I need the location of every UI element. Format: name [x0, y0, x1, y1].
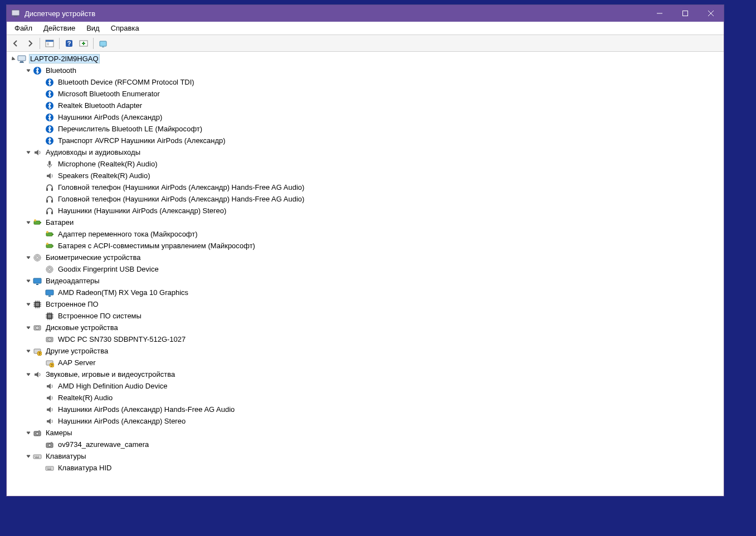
keyboard-icon — [32, 452, 42, 461]
device-node[interactable]: WDC PC SN730 SDBPNTY-512G-1027 — [9, 333, 724, 345]
device-label: AMD High Definition Audio Device — [57, 381, 169, 391]
category-label: Биометрические устройства — [45, 253, 142, 262]
bluetooth-icon — [32, 66, 42, 75]
chevron-down-icon[interactable] — [25, 219, 32, 227]
device-node[interactable]: Realtek(R) Audio — [9, 392, 724, 404]
minimize-button[interactable] — [647, 5, 672, 22]
category-node[interactable]: Встроенное ПО — [9, 298, 724, 310]
category-node[interactable]: Дисковые устройства — [9, 322, 724, 333]
menubar: Файл Действие Вид Справка — [7, 22, 724, 35]
category-node[interactable]: Биометрические устройства — [9, 252, 724, 263]
device-node[interactable]: Транспорт AVRCP Наушники AirPods (Алекса… — [9, 135, 724, 146]
device-node[interactable]: Наушники AirPods (Александр) — [9, 111, 724, 123]
properties-button[interactable] — [96, 37, 110, 50]
category-label: Звуковые, игровые и видеоустройства — [45, 370, 176, 379]
titlebar[interactable]: Диспетчер устройств — [7, 5, 724, 22]
svg-rect-6 — [47, 45, 49, 45]
category-node[interactable]: Другие устройства — [9, 345, 724, 357]
device-node[interactable]: Bluetooth Device (RFCOMM Protocol TDI) — [9, 76, 724, 88]
device-node[interactable]: Realtek Bluetooth Adapter — [9, 100, 724, 111]
svg-text:?: ? — [67, 40, 71, 47]
camera-icon — [32, 429, 42, 437]
chevron-down-icon[interactable] — [25, 371, 32, 378]
menu-view[interactable]: Вид — [81, 22, 105, 34]
device-node[interactable]: AMD Radeon(TM) RX Vega 10 Graphics — [9, 287, 724, 298]
category-node[interactable]: Bluetooth — [9, 65, 724, 76]
camera-icon — [45, 440, 55, 449]
chevron-down-icon[interactable] — [25, 347, 32, 355]
fingerprint-icon — [32, 253, 42, 262]
category-label: Bluetooth — [45, 66, 77, 75]
root-label: LAPTOP-2IM9HGAQ — [29, 54, 100, 63]
device-label: Адаптер переменного тока (Майкрософт) — [57, 229, 199, 239]
device-label: Батарея с ACPI-совместимым управлением (… — [57, 241, 256, 250]
device-node[interactable]: Наушники AirPods (Александр) Stereo — [9, 415, 724, 427]
device-node[interactable]: Встроенное ПО системы — [9, 310, 724, 322]
fingerprint-icon — [45, 265, 55, 274]
disk-icon — [32, 323, 42, 332]
bluetooth-icon — [45, 78, 55, 87]
device-node[interactable]: Головной телефон (Наушники AirPods (Алек… — [9, 193, 724, 205]
device-node[interactable]: Батарея с ACPI-совместимым управлением (… — [9, 240, 724, 252]
menu-help[interactable]: Справка — [105, 22, 145, 34]
forward-button[interactable] — [23, 37, 37, 50]
close-button[interactable] — [698, 5, 724, 22]
tree-root[interactable]: LAPTOP-2IM9HGAQ — [9, 53, 724, 65]
disk-icon — [45, 335, 55, 344]
headset-icon — [45, 195, 55, 204]
device-node[interactable]: Наушники (Наушники AirPods (Александр) S… — [9, 205, 724, 217]
tree-view[interactable]: LAPTOP-2IM9HGAQ Bluetooth Bluetooth Devi… — [7, 52, 724, 496]
chip-icon — [45, 312, 55, 321]
device-label: Наушники (Наушники AirPods (Александр) S… — [57, 206, 227, 215]
category-node[interactable]: Аудиовходы и аудиовыходы — [9, 146, 724, 158]
chevron-down-icon[interactable] — [25, 453, 32, 460]
device-node[interactable]: Перечислитель Bluetooth LE (Майкрософт) — [9, 123, 724, 135]
chevron-down-icon[interactable] — [25, 429, 32, 437]
help-button[interactable]: ? — [62, 37, 76, 50]
device-node[interactable]: Speakers (Realtek(R) Audio) — [9, 170, 724, 181]
category-node[interactable]: Батареи — [9, 217, 724, 228]
device-node[interactable]: Goodix Fingerprint USB Device — [9, 263, 724, 275]
chevron-down-icon[interactable] — [25, 277, 32, 285]
category-label: Клавиатуры — [45, 451, 87, 461]
chevron-down-icon[interactable] — [25, 254, 32, 262]
speaker-icon — [32, 370, 42, 379]
device-node[interactable]: AAP Server — [9, 357, 724, 368]
chevron-down-icon[interactable] — [25, 324, 32, 332]
chevron-down-icon[interactable] — [25, 301, 32, 308]
category-node[interactable]: Клавиатуры — [9, 450, 724, 462]
toolbar-separator — [59, 38, 60, 49]
display-icon — [32, 277, 42, 286]
unknown-icon — [32, 347, 42, 356]
svg-rect-0 — [12, 10, 19, 16]
window-buttons — [647, 5, 724, 22]
chevron-down-icon[interactable] — [25, 149, 32, 156]
chevron-down-icon[interactable] — [25, 67, 32, 75]
menu-file[interactable]: Файл — [9, 22, 38, 34]
menu-action[interactable]: Действие — [38, 22, 81, 34]
scan-hardware-button[interactable] — [77, 37, 90, 50]
device-node[interactable]: Microsoft Bluetooth Enumerator — [9, 88, 724, 100]
category-node[interactable]: Камеры — [9, 427, 724, 439]
category-node[interactable]: Видеоадаптеры — [9, 275, 724, 287]
speaker-icon — [45, 171, 55, 180]
device-label: WDC PC SN730 SDBPNTY-512G-1027 — [57, 335, 187, 344]
back-button[interactable] — [9, 37, 22, 50]
device-node[interactable]: ov9734_azurewave_camera — [9, 439, 724, 450]
device-node[interactable]: AMD High Definition Audio Device — [9, 380, 724, 392]
maximize-button[interactable] — [672, 5, 698, 22]
device-node[interactable]: Наушники AirPods (Александр) Hands-Free … — [9, 404, 724, 415]
bluetooth-icon — [45, 90, 55, 99]
chip-icon — [32, 300, 42, 309]
chevron-down-icon[interactable] — [9, 55, 17, 63]
device-node[interactable]: Microphone (Realtek(R) Audio) — [9, 158, 724, 170]
category-node[interactable]: Звуковые, игровые и видеоустройства — [9, 368, 724, 380]
toolbar-separator — [93, 38, 94, 49]
show-hide-tree-button[interactable] — [43, 37, 56, 50]
device-node[interactable]: Клавиатура HID — [9, 462, 724, 474]
device-node[interactable]: Адаптер переменного тока (Майкрософт) — [9, 228, 724, 240]
device-node[interactable]: Головной телефон (Наушники AirPods (Алек… — [9, 181, 724, 193]
battery-icon — [45, 242, 55, 250]
device-label: Speakers (Realtek(R) Audio) — [57, 171, 151, 180]
speaker-icon — [45, 382, 55, 391]
